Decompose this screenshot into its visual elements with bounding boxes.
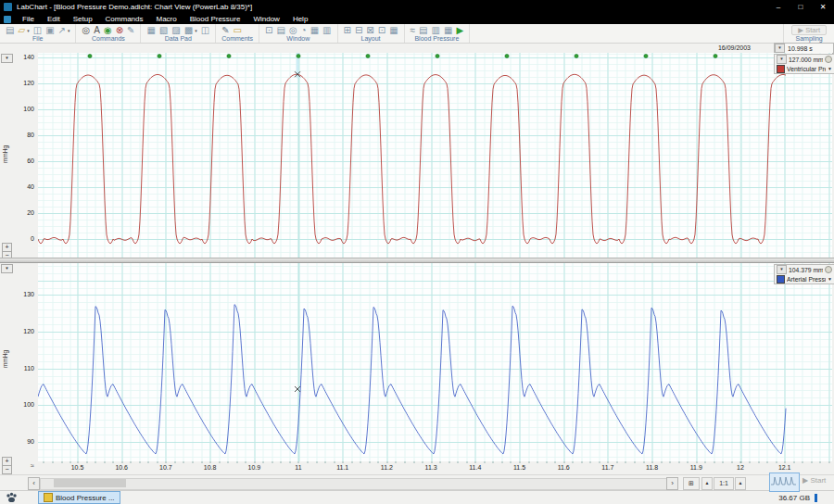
comment-marker[interactable] bbox=[88, 54, 92, 57]
tile-horizontal-icon[interactable]: ⊟ bbox=[355, 25, 362, 35]
channel1-name[interactable]: Ventricular Pre... bbox=[787, 66, 826, 72]
y-axis-tick: 40 bbox=[27, 183, 34, 191]
chart-view-icon[interactable]: ⊡ bbox=[265, 25, 272, 35]
menu-item-help[interactable]: Help bbox=[286, 15, 314, 23]
datapad-window-icon[interactable]: ◫ bbox=[201, 25, 209, 35]
channel1-plot[interactable] bbox=[38, 53, 832, 258]
channel1-readout: ▼ 127.000 mmHg Ventricular Pre... ▼ bbox=[774, 54, 834, 74]
comment-marker[interactable] bbox=[158, 54, 161, 57]
x-axis-tick: 11.3 bbox=[425, 464, 437, 471]
channel1-options-icon[interactable] bbox=[825, 56, 832, 63]
bp-settings-icon[interactable]: ▦ bbox=[444, 25, 452, 35]
comment-marker[interactable] bbox=[297, 54, 300, 57]
export-icon-caret[interactable]: ▾ bbox=[68, 28, 70, 33]
open-file-icon-caret[interactable]: ▾ bbox=[27, 28, 30, 33]
cursor-cross-icon bbox=[295, 386, 300, 392]
channel2-plot[interactable] bbox=[38, 263, 832, 461]
menu-item-macro[interactable]: Macro bbox=[150, 15, 183, 23]
labchart-paw-icon[interactable] bbox=[6, 492, 18, 503]
ventricular-pressure-trace[interactable] bbox=[38, 53, 832, 258]
start-marker-icon[interactable]: ◉ bbox=[104, 25, 112, 35]
toolbar-group-file: ▤▱▾◫▣↗▾File bbox=[0, 24, 76, 43]
zoom-out-button[interactable]: ▲ bbox=[701, 477, 713, 490]
y-axis-tick: 130 bbox=[23, 291, 34, 298]
datapad-select-icon[interactable]: ▨ bbox=[171, 25, 180, 35]
channel2-name[interactable]: Arterial Pressure bbox=[787, 276, 826, 283]
record-date: 16/09/2003 bbox=[718, 44, 751, 51]
scrollbar-track[interactable] bbox=[40, 478, 667, 490]
send-to-back-icon[interactable]: ⊠ bbox=[366, 25, 373, 35]
channel2-options-icon[interactable] bbox=[825, 266, 832, 273]
comment-marker[interactable] bbox=[505, 54, 509, 57]
add-to-datapad-icon[interactable]: ▧ bbox=[159, 25, 168, 35]
open-file-icon[interactable]: ▱ bbox=[18, 25, 25, 35]
x-axis-tick: 10.8 bbox=[204, 464, 217, 471]
arterial-pressure-trace[interactable] bbox=[38, 263, 832, 461]
channel2-name-dropdown-icon[interactable]: ▼ bbox=[828, 276, 832, 282]
close-button[interactable]: ✕ bbox=[812, 0, 834, 14]
select-text-icon[interactable]: A bbox=[94, 25, 100, 35]
start-sampling-button-bottom[interactable]: ▶ Start bbox=[802, 476, 826, 485]
print-icon[interactable]: ▣ bbox=[45, 25, 54, 35]
document-icon[interactable] bbox=[4, 16, 11, 23]
toolbar-group-label: Layout bbox=[344, 35, 398, 43]
scope-view-icon[interactable]: ◔ bbox=[301, 25, 307, 35]
stop-marker-icon[interactable]: ⊗ bbox=[116, 25, 123, 35]
comment-marker[interactable] bbox=[436, 54, 439, 57]
channel1-value-dropdown-icon[interactable]: ▼ bbox=[777, 55, 787, 64]
tile-windows-icon[interactable]: ⊞ bbox=[344, 25, 351, 35]
xy-view-icon[interactable]: ▦ bbox=[310, 25, 319, 35]
channel2-scale-minus-button[interactable]: − bbox=[2, 465, 12, 474]
bp-report-icon[interactable]: ▤ bbox=[419, 25, 427, 35]
bp-table-icon[interactable]: ▥ bbox=[432, 25, 440, 35]
notebook-icon[interactable]: ▤ bbox=[276, 25, 284, 35]
scroll-right-button[interactable]: › bbox=[666, 477, 678, 490]
bp-wave-icon[interactable]: ≈ bbox=[411, 25, 416, 35]
menu-item-commands[interactable]: Commands bbox=[99, 15, 150, 23]
channel2-value-dropdown-icon[interactable]: ▼ bbox=[777, 265, 787, 274]
start-sampling-button[interactable]: ▶ Start bbox=[791, 25, 827, 35]
add-comment-icon[interactable]: ✎ bbox=[221, 25, 229, 35]
title-bar: LabChart - [Blood Pressure Demo.adicht: … bbox=[0, 0, 834, 14]
bp-run-icon[interactable]: ▶ bbox=[456, 25, 463, 35]
x-axis-tick: 11 bbox=[295, 464, 301, 471]
comment-marker[interactable] bbox=[644, 54, 648, 57]
compress-view-button[interactable]: ⊞ bbox=[683, 477, 700, 490]
comment-marker[interactable] bbox=[227, 54, 231, 57]
document-tab[interactable]: Blood Pressure ... bbox=[38, 491, 120, 504]
copy-window-icon[interactable]: ▥ bbox=[322, 25, 331, 35]
save-icon[interactable]: ◫ bbox=[33, 25, 42, 35]
channel1-name-dropdown-icon[interactable]: ▼ bbox=[828, 66, 832, 71]
menu-item-blood-pressure[interactable]: Blood Pressure bbox=[183, 15, 247, 23]
scrollbar-thumb[interactable] bbox=[54, 479, 126, 487]
annotate-icon[interactable]: ✎ bbox=[127, 25, 134, 35]
menu-item-setup[interactable]: Setup bbox=[67, 15, 99, 23]
toolbar-group-label: Blood Pressure bbox=[411, 35, 464, 43]
datapad-view-icon[interactable]: ▦ bbox=[146, 25, 155, 35]
scroll-left-button[interactable]: ‹ bbox=[28, 477, 40, 490]
datapad-options-icon[interactable]: ▩ bbox=[184, 25, 193, 35]
window-controls: – □ ✕ bbox=[767, 0, 834, 14]
menu-item-edit[interactable]: Edit bbox=[41, 15, 67, 23]
zoom-window-icon[interactable]: ◎ bbox=[289, 25, 297, 35]
menu-item-window[interactable]: Window bbox=[246, 15, 285, 23]
maximize-button[interactable]: □ bbox=[790, 0, 812, 14]
time-axis-mode-icon[interactable]: ≈ bbox=[31, 462, 34, 469]
time-axis[interactable]: 10.510.610.710.810.91111.111.211.311.411… bbox=[38, 461, 832, 474]
scale-ratio-button[interactable]: 1:1 bbox=[714, 477, 734, 490]
comment-marker[interactable] bbox=[714, 54, 717, 57]
new-file-icon[interactable]: ▤ bbox=[6, 25, 14, 35]
menu-item-file[interactable]: File bbox=[16, 15, 41, 23]
datapad-options-icon-caret[interactable]: ▾ bbox=[195, 28, 197, 33]
chart-thumbnail-button[interactable] bbox=[769, 472, 800, 492]
comments-window-icon[interactable]: ▭ bbox=[234, 25, 242, 35]
find-icon[interactable]: ◎ bbox=[82, 25, 90, 35]
minimize-button[interactable]: – bbox=[767, 0, 790, 14]
comment-marker[interactable] bbox=[366, 54, 370, 57]
export-icon[interactable]: ↗ bbox=[58, 25, 66, 35]
arrange-top-icon[interactable]: ⊡ bbox=[378, 25, 385, 35]
arrange-bottom-icon[interactable]: ▦ bbox=[389, 25, 398, 35]
zoom-in-button[interactable]: ▲ bbox=[735, 477, 746, 490]
time-dropdown-icon[interactable]: ▼ bbox=[775, 44, 785, 53]
comment-marker[interactable] bbox=[575, 54, 578, 57]
